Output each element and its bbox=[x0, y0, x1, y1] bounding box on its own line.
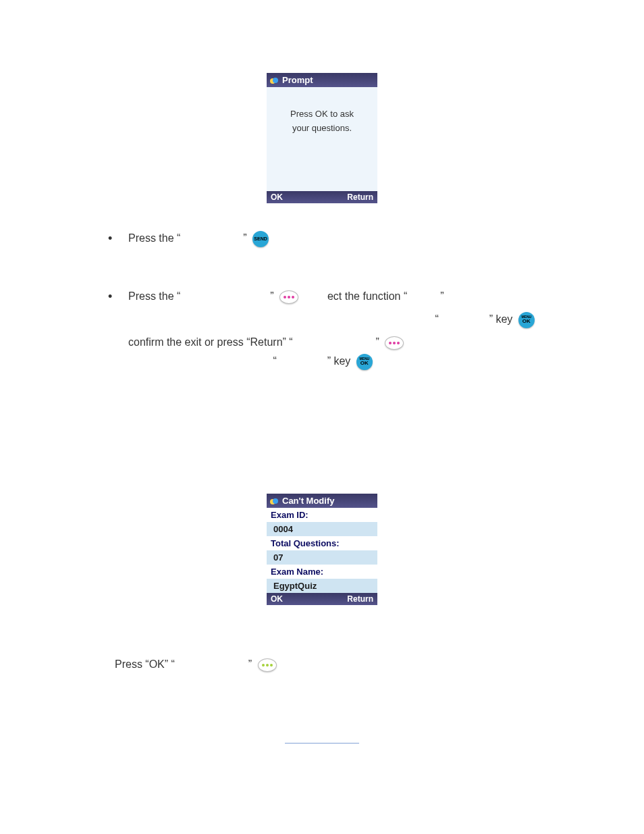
instruction-text: “ bbox=[273, 355, 276, 367]
device-title: Can't Modify bbox=[282, 496, 334, 506]
device-ok-softkey[interactable]: OK bbox=[271, 594, 283, 604]
device-cant-modify-screen: Can't Modify Exam ID: 0004 Total Questio… bbox=[267, 494, 377, 605]
svg-point-1 bbox=[273, 78, 278, 83]
menu-ok-key-icon: MENUOK bbox=[356, 354, 373, 370]
device-title: Prompt bbox=[282, 75, 313, 85]
device-ok-softkey[interactable]: OK bbox=[271, 192, 283, 202]
instruction-line: Press the “ ” SEND bbox=[128, 228, 581, 249]
instruction-line: “ ” key MENUOK bbox=[128, 350, 581, 372]
device-footer: OK Return bbox=[267, 191, 377, 203]
option-key-icon bbox=[279, 290, 298, 304]
device-body-line: your questions. bbox=[273, 122, 371, 136]
instruction-text: “ bbox=[435, 313, 438, 325]
device-titlebar: Prompt bbox=[267, 73, 377, 87]
device-titlebar: Can't Modify bbox=[267, 494, 377, 508]
instruction-text: ” bbox=[243, 232, 246, 244]
cloud-icon bbox=[269, 496, 279, 506]
svg-point-3 bbox=[273, 498, 278, 504]
instruction-text: ” bbox=[376, 336, 379, 348]
instruction-line: “ ” key MENUOK bbox=[128, 309, 581, 330]
total-questions-value: 07 bbox=[267, 550, 377, 565]
device-body-line: Press OK to ask bbox=[273, 107, 371, 122]
menu-ok-key-icon: MENUOK bbox=[518, 312, 535, 328]
instruction-text: confirm the exit or press “Return” “ bbox=[128, 336, 293, 348]
device-prompt-screen: Prompt Press OK to ask your questions. O… bbox=[267, 73, 377, 203]
exam-id-label: Exam ID: bbox=[267, 508, 377, 522]
option-key-icon bbox=[385, 336, 404, 350]
option-key-icon bbox=[258, 658, 277, 672]
instruction-text: ” bbox=[248, 658, 252, 670]
footer-link-underline bbox=[285, 743, 359, 744]
total-questions-label: Total Questions: bbox=[267, 536, 377, 550]
instruction-text: Press “OK” “ bbox=[115, 658, 175, 670]
instruction-line: Press “OK” “ ” bbox=[115, 654, 581, 675]
device-body: Press OK to ask your questions. bbox=[267, 87, 377, 191]
send-key-icon: SEND bbox=[252, 231, 269, 247]
exam-id-value: 0004 bbox=[267, 522, 377, 536]
exam-name-label: Exam Name: bbox=[267, 565, 377, 579]
instruction-text: ” bbox=[440, 290, 444, 302]
device-return-softkey[interactable]: Return bbox=[347, 192, 373, 202]
instruction-text: Press the “ bbox=[128, 290, 180, 302]
instruction-text: Press the “ bbox=[128, 232, 180, 244]
instruction-text: ” bbox=[270, 290, 273, 302]
instruction-line: Press the “ ” ect the function “ ” bbox=[128, 286, 581, 307]
cloud-icon bbox=[269, 76, 279, 85]
device-footer: OK Return bbox=[267, 593, 377, 605]
instruction-text: ect the function “ bbox=[327, 290, 407, 302]
instruction-text: ” key bbox=[327, 355, 351, 367]
instruction-text: ” key bbox=[489, 313, 513, 325]
exam-name-value: EgyptQuiz bbox=[267, 579, 377, 593]
device-return-softkey[interactable]: Return bbox=[347, 594, 373, 604]
